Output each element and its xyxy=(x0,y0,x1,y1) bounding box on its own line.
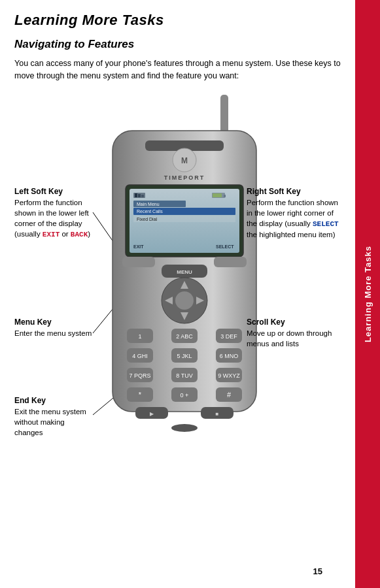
menu-key-label: Menu Key Enter the menu system xyxy=(14,317,93,338)
left-soft-key-label: Left Soft Key Perform the function shown… xyxy=(14,186,93,240)
svg-text:Main Menu: Main Menu xyxy=(137,202,160,206)
svg-rect-19 xyxy=(213,193,222,197)
section-title: Navigating to Features xyxy=(14,38,343,51)
svg-text:3 DEF: 3 DEF xyxy=(220,333,237,340)
end-key-label: End Key Exit the menu system without mak… xyxy=(14,395,93,438)
svg-text:▶: ▶ xyxy=(150,411,154,417)
svg-rect-15 xyxy=(135,193,137,197)
svg-text:9 WXYZ: 9 WXYZ xyxy=(218,372,240,379)
phone-image: M TIMEPORT Main Menu xyxy=(99,95,269,441)
svg-text:6 MNO: 6 MNO xyxy=(220,353,239,359)
svg-text:0 +: 0 + xyxy=(181,392,189,399)
left-soft-exit: EXIT xyxy=(43,231,60,238)
right-soft-key-label: Right Soft Key Perform the function show… xyxy=(247,186,341,240)
svg-text:5 JKL: 5 JKL xyxy=(177,353,192,359)
scroll-key-body: Move up or down through menus and lists xyxy=(247,329,332,348)
menu-key-body: Enter the menu system xyxy=(14,329,92,337)
chapter-title: Learning More Tasks xyxy=(14,12,343,29)
svg-text:M: M xyxy=(181,156,188,165)
svg-text:■: ■ xyxy=(216,411,219,417)
right-soft-select: SELECT xyxy=(313,220,339,228)
intro-text: You can access many of your phone's feat… xyxy=(14,57,343,83)
diagram-container: M TIMEPORT Main Menu xyxy=(14,95,348,474)
left-soft-key-title: Left Soft Key xyxy=(14,186,93,197)
svg-text:4 GHI: 4 GHI xyxy=(132,353,148,359)
svg-point-67 xyxy=(171,424,198,432)
end-key-title: End Key xyxy=(14,395,93,406)
svg-text:TIMEPORT: TIMEPORT xyxy=(164,174,205,181)
svg-rect-29 xyxy=(122,257,155,267)
left-soft-back: BACK xyxy=(71,231,88,238)
svg-point-34 xyxy=(175,291,194,310)
svg-text:Recent Calls: Recent Calls xyxy=(137,209,163,214)
svg-rect-16 xyxy=(138,194,141,197)
sidebar-tab: Learning More Tasks xyxy=(355,0,380,588)
svg-rect-20 xyxy=(224,195,226,197)
main-content: Learning More Tasks Navigating to Featur… xyxy=(0,0,355,588)
sidebar-tab-label: Learning More Tasks xyxy=(363,246,373,342)
svg-text:2 ABC: 2 ABC xyxy=(176,333,193,340)
svg-text:*: * xyxy=(139,391,142,399)
left-soft-key-body: Perform the function shown in the lower … xyxy=(14,199,90,238)
svg-text:#: # xyxy=(227,391,232,399)
right-soft-key-body: Perform the function shown in the lower … xyxy=(247,199,339,239)
svg-text:MENU: MENU xyxy=(177,269,192,275)
svg-text:8 TUV: 8 TUV xyxy=(176,372,192,379)
svg-rect-30 xyxy=(214,257,247,267)
svg-text:1: 1 xyxy=(138,333,141,340)
svg-rect-17 xyxy=(141,195,144,197)
svg-text:EXIT: EXIT xyxy=(133,244,144,249)
menu-key-title: Menu Key xyxy=(14,317,93,328)
end-key-body: Exit the menu system without making chan… xyxy=(14,408,86,436)
svg-text:Fixed Dial: Fixed Dial xyxy=(137,217,158,221)
scroll-key-label: Scroll Key Move up or down through menus… xyxy=(247,317,341,349)
scroll-key-title: Scroll Key xyxy=(247,317,341,328)
svg-text:7 PQRS: 7 PQRS xyxy=(129,372,150,379)
right-soft-key-title: Right Soft Key xyxy=(247,186,341,197)
svg-text:SELECT: SELECT xyxy=(216,244,234,249)
page-number: 15 xyxy=(313,566,322,576)
